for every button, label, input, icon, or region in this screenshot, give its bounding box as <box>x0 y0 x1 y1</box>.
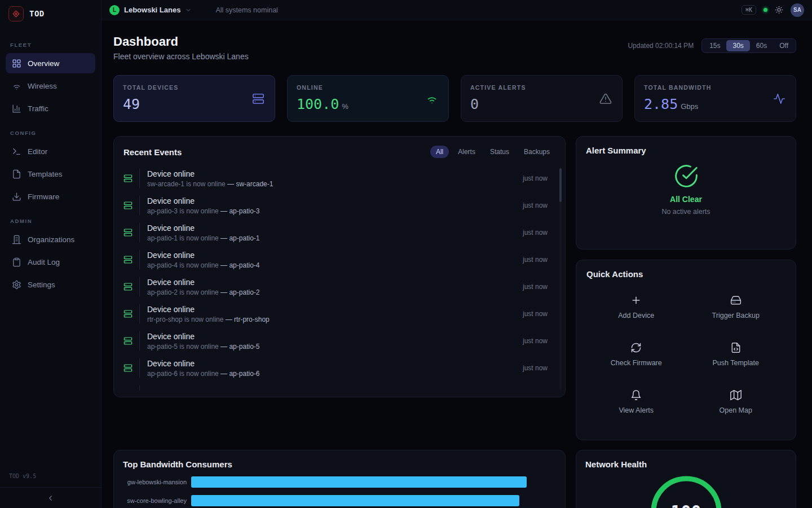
recent-events-title: Recent Events <box>123 147 182 157</box>
event-title: Device online <box>147 169 516 178</box>
right-column: Alert Summary All Clear No active alerts… <box>576 136 796 440</box>
event-detail: ap-patio-4 is now online ap-patio-4 <box>147 261 516 269</box>
event-filters: All Alerts Status Backups <box>430 146 555 158</box>
app-root: TOD FLEET Overview Wireless Traffic CONF… <box>0 0 812 508</box>
event-divider <box>139 169 140 188</box>
check-firmware-button[interactable]: Check Firmware <box>586 331 686 378</box>
event-row[interactable]: Device online ap-patio-2 is now online a… <box>123 273 555 300</box>
event-detail: ap-patio-3 is now online ap-patio-3 <box>147 207 516 215</box>
main-area: L Lebowski Lanes All systems nominal ⌘K … <box>102 0 812 508</box>
event-title: Device online <box>147 251 516 260</box>
event-row[interactable]: Device online ap-patio-3 is now online a… <box>123 192 555 219</box>
sidebar-collapse-button[interactable] <box>0 487 101 508</box>
health-status-dot <box>764 8 767 12</box>
org-avatar: L <box>109 5 120 15</box>
sidebar-item-traffic[interactable]: Traffic <box>6 98 95 119</box>
event-title: Device online <box>147 196 516 205</box>
user-avatar[interactable]: SA <box>791 3 804 17</box>
top-bandwidth-card: Top Bandwidth Consumers gw-lebowski-mans… <box>113 450 566 508</box>
bandwidth-bar-fill <box>191 476 527 488</box>
open-map-button[interactable]: Open Map <box>686 378 786 426</box>
server-icon <box>123 201 133 210</box>
last-updated-text: Updated 02:00:14 PM <box>628 42 694 50</box>
sidebar-item-label: Settings <box>28 281 55 289</box>
sidebar: TOD FLEET Overview Wireless Traffic CONF… <box>0 0 102 508</box>
bell-icon <box>630 389 642 401</box>
stat-value: 49 <box>123 96 140 112</box>
org-selector[interactable]: L Lebowski Lanes <box>109 5 192 15</box>
alert-detail-text: No active alerts <box>661 208 710 216</box>
sidebar-item-organizations[interactable]: Organizations <box>6 229 95 249</box>
filter-alerts[interactable]: Alerts <box>452 146 481 158</box>
sidebar-item-settings[interactable]: Settings <box>6 274 95 295</box>
event-row[interactable]: Device online ap-patio-4 is now online a… <box>123 246 555 273</box>
filter-backups[interactable]: Backups <box>518 146 555 158</box>
network-health-card: Network Health 100 <box>576 450 796 508</box>
sun-icon[interactable] <box>775 6 783 14</box>
sidebar-item-label: Overview <box>28 59 59 68</box>
activity-icon <box>773 93 785 105</box>
view-alerts-button[interactable]: View Alerts <box>586 378 686 426</box>
scrollbar-thumb[interactable] <box>559 168 562 202</box>
terminal-icon <box>12 147 21 156</box>
action-label: Trigger Backup <box>712 312 760 319</box>
sidebar-footer: TOD v9.5 <box>0 473 101 508</box>
event-row[interactable]: Device online rtr-pro-shop is now online… <box>123 300 555 327</box>
system-status-text: All systems nominal <box>215 6 277 14</box>
event-text: Device online ap-patio-4 is now online a… <box>147 251 516 269</box>
event-detail: ap-patio-1 is now online ap-patio-1 <box>147 234 516 242</box>
check-circle-icon <box>674 164 699 189</box>
server-icon <box>123 174 133 183</box>
event-row[interactable]: Device online sw-arcade-1 is now online … <box>123 165 555 192</box>
stat-value: 0 <box>470 96 479 112</box>
chevron-down-icon <box>185 7 192 14</box>
chevron-left-icon <box>46 494 55 502</box>
filter-status[interactable]: Status <box>484 146 515 158</box>
event-row[interactable]: Device online ap-patio-1 is now online a… <box>123 219 555 246</box>
sidebar-item-label: Wireless <box>28 82 57 90</box>
event-time: just now <box>523 256 548 264</box>
action-label: Add Device <box>618 312 654 319</box>
sidebar-item-firmware[interactable]: Firmware <box>6 186 95 207</box>
event-time: just now <box>523 229 548 237</box>
building-icon <box>12 235 21 244</box>
events-list: Device online sw-arcade-1 is now online … <box>123 165 555 391</box>
sidebar-item-label: Audit Log <box>28 258 60 266</box>
refresh-option-60s[interactable]: 60s <box>750 40 773 51</box>
page-subtitle: Fleet overview across Lebowski Lanes <box>113 52 249 61</box>
event-detail: ap-patio-6 is now online ap-patio-6 <box>147 370 516 378</box>
stat-card-active-alerts: ACTIVE ALERTS 0 <box>461 75 623 122</box>
event-title: Device online <box>147 359 516 368</box>
stat-card-total-devices: TOTAL DEVICES 49 <box>113 75 275 122</box>
file-icon <box>12 169 21 179</box>
push-template-button[interactable]: Push Template <box>686 331 786 378</box>
sidebar-item-editor[interactable]: Editor <box>6 141 95 161</box>
event-detail: rtr-pro-shop is now online rtr-pro-shop <box>147 316 516 323</box>
event-divider <box>139 277 140 296</box>
bandwidth-device-label: sw-core-bowling-alley <box>123 497 191 504</box>
refresh-option-off[interactable]: Off <box>773 40 795 51</box>
sidebar-item-templates[interactable]: Templates <box>6 164 95 184</box>
event-row[interactable]: Device online just now <box>123 382 555 391</box>
add-device-button[interactable]: Add Device <box>586 283 686 331</box>
bandwidth-row: sw-core-bowling-alley <box>123 495 556 506</box>
app-name: TOD <box>29 9 45 18</box>
event-title: Device online <box>147 332 516 341</box>
event-row[interactable]: Device online ap-patio-6 is now online a… <box>123 354 555 382</box>
sidebar-item-overview[interactable]: Overview <box>6 53 95 73</box>
refresh-option-15s[interactable]: 15s <box>703 40 726 51</box>
server-icon <box>252 93 264 105</box>
sidebar-item-wireless[interactable]: Wireless <box>6 76 95 96</box>
sidebar-nav: FLEET Overview Wireless Traffic CONFIG E… <box>0 27 101 473</box>
refresh-icon <box>630 342 642 353</box>
command-palette-shortcut[interactable]: ⌘K <box>742 5 756 15</box>
stat-unit: Gbps <box>681 102 698 111</box>
alert-summary-title: Alert Summary <box>586 146 786 155</box>
sidebar-item-audit-log[interactable]: Audit Log <box>6 252 95 272</box>
trigger-backup-button[interactable]: Trigger Backup <box>686 283 786 331</box>
refresh-option-30s[interactable]: 30s <box>726 40 749 51</box>
health-gauge: 100 <box>647 472 726 508</box>
server-icon <box>123 255 133 264</box>
event-row[interactable]: Device online ap-patio-5 is now online a… <box>123 327 555 354</box>
filter-all[interactable]: All <box>430 146 449 158</box>
